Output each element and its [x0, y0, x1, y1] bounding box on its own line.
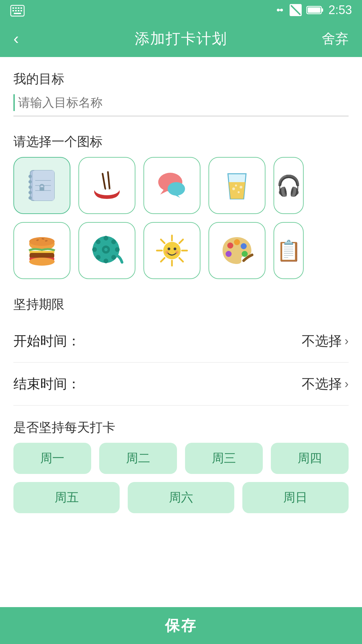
svg-point-39	[238, 191, 240, 193]
save-button[interactable]: 保存	[165, 616, 197, 636]
svg-rect-2	[15, 7, 17, 9]
icon-burger[interactable]	[13, 222, 70, 279]
svg-point-22	[28, 185, 32, 189]
svg-rect-16	[321, 8, 323, 12]
day-fri-button[interactable]: 周五	[13, 482, 120, 513]
start-time-value-wrapper: 不选择 ›	[302, 332, 349, 350]
svg-line-66	[161, 239, 165, 243]
svg-rect-3	[18, 7, 19, 9]
svg-point-57	[115, 247, 120, 252]
svg-point-59	[111, 239, 116, 244]
keyboard-icon	[10, 5, 25, 17]
svg-point-73	[165, 251, 169, 254]
svg-rect-17	[308, 7, 320, 13]
start-chevron-icon: ›	[345, 334, 349, 348]
svg-point-70	[163, 242, 181, 259]
discard-button[interactable]: 舍弃	[322, 30, 349, 48]
icon-section: 请选择一个图标	[13, 133, 349, 279]
end-time-row[interactable]: 结束时间： 不选择 ›	[13, 363, 349, 406]
svg-point-75	[227, 243, 233, 249]
duration-section: 坚持期限 开始时间： 不选择 › 结束时间： 不选择 ›	[13, 296, 349, 406]
svg-point-40	[235, 184, 237, 186]
icon-partial-notebook[interactable]: 📋	[274, 222, 304, 279]
goal-input-wrapper	[13, 94, 349, 116]
start-time-value: 不选择	[302, 332, 342, 350]
svg-rect-8	[20, 10, 22, 11]
svg-rect-4	[20, 7, 22, 9]
icon-notebook[interactable]	[13, 157, 70, 214]
status-icons: 2:53	[275, 3, 352, 17]
day-sat-button[interactable]: 周六	[128, 482, 234, 513]
svg-point-77	[241, 243, 247, 249]
svg-point-72	[174, 248, 176, 250]
icon-palette[interactable]	[208, 222, 265, 279]
icon-drink[interactable]	[208, 157, 265, 214]
goal-section: 我的目标	[13, 70, 349, 116]
svg-point-41	[240, 186, 242, 189]
svg-point-53	[104, 248, 108, 251]
content-area: 我的目标 请选择一个图标	[0, 57, 362, 570]
day-tue-button[interactable]: 周二	[99, 443, 177, 474]
svg-rect-6	[15, 10, 17, 11]
svg-point-60	[96, 255, 101, 260]
svg-rect-28	[40, 187, 44, 191]
icon-partial-headphones[interactable]: 🎧	[274, 157, 304, 214]
end-time-value-wrapper: 不选择 ›	[302, 375, 349, 393]
svg-point-20	[28, 175, 32, 178]
drink-icon	[219, 167, 255, 204]
svg-point-71	[168, 248, 170, 250]
day-buttons-row-1: 周一 周二 周三 周四	[13, 443, 349, 474]
end-time-value: 不选择	[302, 375, 342, 393]
icon-rice[interactable]	[78, 157, 135, 214]
signal-off-icon	[290, 4, 302, 16]
goal-label: 我的目标	[13, 70, 349, 88]
notebook-icon	[23, 167, 60, 204]
svg-point-33	[102, 189, 105, 190]
svg-line-68	[179, 239, 183, 243]
back-button[interactable]: ‹	[13, 31, 19, 47]
start-time-row[interactable]: 开始时间： 不选择 ›	[13, 320, 349, 363]
svg-line-67	[179, 258, 183, 262]
daily-label: 是否坚持每天打卡	[13, 419, 349, 436]
svg-point-24	[28, 196, 32, 200]
svg-rect-48	[29, 253, 54, 258]
svg-point-55	[104, 259, 108, 263]
start-time-label: 开始时间：	[13, 332, 80, 350]
svg-point-58	[96, 239, 101, 244]
svg-rect-1	[12, 7, 14, 9]
svg-rect-5	[12, 10, 14, 11]
svg-point-50	[29, 258, 55, 266]
svg-point-56	[92, 247, 97, 252]
svg-point-21	[28, 180, 32, 183]
svg-rect-9	[14, 13, 21, 14]
duration-label: 坚持期限	[13, 296, 349, 313]
svg-point-76	[234, 239, 240, 245]
end-chevron-icon: ›	[345, 377, 349, 391]
svg-point-74	[175, 251, 179, 254]
icon-row-2: 📋	[13, 222, 349, 279]
goal-input[interactable]	[18, 96, 349, 110]
daily-section: 是否坚持每天打卡 周一 周二 周三 周四 周五 周六 周日	[13, 419, 349, 513]
day-thu-button[interactable]: 周四	[271, 443, 349, 474]
save-button-wrapper[interactable]: 保存	[0, 607, 362, 644]
status-bar: 2:53	[0, 0, 362, 20]
svg-point-54	[104, 236, 108, 240]
icon-chat[interactable]	[143, 157, 200, 214]
page-title: 添加打卡计划	[135, 29, 227, 49]
chat-icon	[154, 167, 190, 204]
input-cursor	[13, 94, 15, 111]
icon-row-1: 🎧	[13, 157, 349, 214]
icon-section-label: 请选择一个图标	[13, 133, 349, 150]
day-mon-button[interactable]: 周一	[13, 443, 91, 474]
film-icon	[88, 232, 125, 269]
day-wed-button[interactable]: 周三	[185, 443, 263, 474]
svg-point-37	[168, 182, 185, 196]
svg-point-79	[226, 251, 232, 257]
icon-sun[interactable]	[143, 222, 200, 279]
svg-point-61	[111, 255, 116, 260]
day-sun-button[interactable]: 周日	[242, 482, 349, 513]
svg-point-30	[95, 184, 119, 195]
svg-point-34	[106, 187, 109, 189]
icon-film[interactable]	[78, 222, 135, 279]
connectivity-icon	[275, 4, 285, 16]
